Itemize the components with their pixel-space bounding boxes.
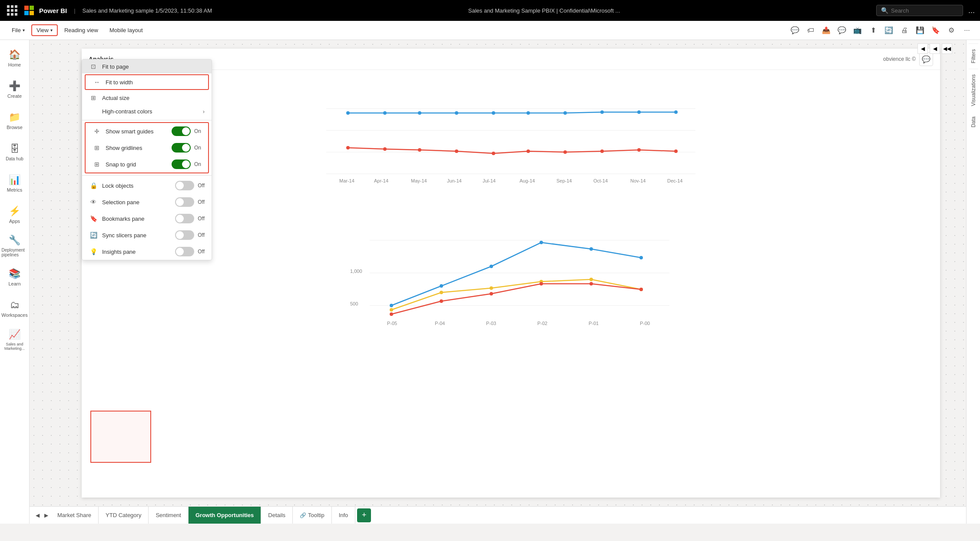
svg-point-60 [540,282,543,285]
print-icon[interactable]: 🖨 [898,24,910,37]
comment-icon[interactable]: 💬 [789,24,801,37]
svg-text:Nov-14: Nov-14 [630,178,646,183]
file-menu-button[interactable]: File ▾ [7,25,30,36]
tab-nav-left[interactable]: ◀ [33,509,42,522]
visualizations-panel-tab[interactable]: Visualizations [969,69,978,111]
menu-item-actual-size[interactable]: ⊞ Actual size [82,91,212,105]
svg-point-62 [639,288,643,291]
menu-item-fit-to-width[interactable]: ↔ Fit to width [86,75,208,89]
svg-point-48 [540,241,543,244]
mobile-layout-button[interactable]: Mobile layout [105,25,148,36]
menu-item-sync-slicers[interactable]: 🔄 Sync slicers pane Off [82,227,212,243]
sidebar-item-data-hub[interactable]: 🗄 Data hub [2,137,28,167]
view-menu-button[interactable]: View ▾ [31,24,58,36]
sidebar-item-workspaces[interactable]: 🗂 Workspaces [2,294,28,323]
tab-details[interactable]: Details [261,507,293,524]
menu-item-insights-pane[interactable]: 💡 Insights pane Off [82,243,212,260]
svg-point-19 [526,111,530,115]
tab-info[interactable]: Info [332,507,356,524]
sync-slicers-toggle[interactable] [175,230,194,240]
selection-pane-toggle[interactable] [175,197,194,207]
svg-text:Jul-14: Jul-14 [483,178,496,183]
snap-to-grid-toggle[interactable] [172,159,191,169]
insights-pane-toggle[interactable] [175,247,194,256]
create-icon: ➕ [9,80,20,92]
search-input[interactable] [891,7,952,14]
tab-nav-right[interactable]: ▶ [42,509,50,522]
refresh-icon[interactable]: 🔄 [883,24,895,37]
svg-point-28 [492,152,495,155]
lock-objects-toggle[interactable] [175,181,194,190]
menu-item-smart-guides[interactable]: ✛ Show smart guides On [86,123,208,139]
sidebar-item-apps[interactable]: ⚡ Apps [2,200,28,229]
sidebar-item-sales[interactable]: 📈 Sales and Marketing... [2,325,28,355]
menu-item-high-contrast[interactable]: High-contrast colors › [82,105,212,118]
filters-panel-tab[interactable]: Filters [969,43,978,69]
svg-point-18 [492,111,495,115]
bookmark-icon[interactable]: 🔖 [930,24,942,37]
metrics-icon: 📊 [9,174,20,186]
comment-button[interactable]: 💬 [919,52,933,66]
sidebar-item-create[interactable]: ➕ Create [2,75,28,104]
apps-grid-icon[interactable] [5,3,19,17]
menu-item-lock-objects[interactable]: 🔒 Lock objects Off [82,177,212,194]
svg-point-22 [637,110,641,114]
chat-icon[interactable]: 💬 [836,24,848,37]
data-panel-tab[interactable]: Data [969,111,978,133]
smart-guides-toggle[interactable] [172,126,191,136]
more-options-button[interactable]: ... [968,6,975,15]
content-area: Analysis obvience llc © 💬 Ms by Month Ma… [30,40,966,524]
gridlines-toggle[interactable] [172,143,191,153]
tabs-bar: ◀ ▶ Market Share YTD Category Sentiment … [30,506,966,524]
chart2-svg: 500 1,000 P-05 P-04 P-03 P-02 P-01 [89,225,933,329]
gridlines-icon: ⊞ [93,144,101,151]
svg-point-23 [674,110,678,114]
more-ribbon-icon[interactable]: ··· [961,24,973,37]
svg-point-30 [563,150,567,154]
sidebar-item-learn[interactable]: 📚 Learn [2,262,28,292]
present-icon[interactable]: 📺 [851,24,864,37]
insights-pane-icon: 💡 [89,248,98,255]
collapse-all-icon[interactable]: ◀◀ [942,43,952,54]
svg-text:Sep-14: Sep-14 [556,178,572,183]
export-icon[interactable]: ⬆ [867,24,879,37]
settings-icon[interactable]: ⚙ [945,24,957,37]
svg-text:500: 500 [350,301,358,306]
svg-point-14 [346,111,350,115]
snap-to-grid-icon: ⊞ [93,161,101,168]
tab-market-share[interactable]: Market Share [50,507,99,524]
sidebar-item-metrics[interactable]: 📊 Metrics [2,169,28,198]
menu-item-fit-to-page[interactable]: ⊡ Fit to page [82,60,212,73]
menu-item-selection-pane[interactable]: 👁 Selection pane Off [82,194,212,210]
bookmarks-pane-toggle[interactable] [175,214,194,223]
sidebar-item-home[interactable]: 🏠 Home [2,43,28,73]
tab-tooltip[interactable]: 🔗 Tooltip [293,507,332,524]
reading-view-button[interactable]: Reading view [60,25,103,36]
home-icon: 🏠 [9,49,20,60]
tab-ytd-category[interactable]: YTD Category [99,507,149,524]
product-name: Power BI [39,7,67,14]
sidebar-item-label: Deployment pipelines [2,248,28,257]
add-tab-button[interactable]: + [357,508,371,522]
svg-text:P-04: P-04 [435,321,445,326]
sidebar-item-deployment[interactable]: 🔧 Deployment pipelines [2,231,28,261]
tab-sentiment[interactable]: Sentiment [149,507,189,524]
menu-item-gridlines[interactable]: ⊞ Show gridlines On [86,139,208,156]
share-icon[interactable]: 📤 [820,24,832,37]
collapse-right-icon[interactable]: ◀ [930,43,940,54]
sidebar-item-label: Sales and Marketing... [2,342,28,351]
svg-point-33 [674,149,678,153]
sidebar-item-browse[interactable]: 📁 Browse [2,106,28,136]
chevron-down-icon: ▾ [50,28,53,33]
sensitivity-icon[interactable]: 🏷 [805,24,817,37]
microsoft-logo [24,6,34,15]
menu-item-snap-to-grid[interactable]: ⊞ Snap to grid On [86,156,208,173]
svg-point-45 [390,304,393,307]
collapse-left-icon[interactable]: ◀ [917,43,928,54]
tab-growth-opportunities[interactable]: Growth Opportunities [189,507,261,524]
svg-point-24 [346,146,350,149]
svg-point-17 [455,111,458,115]
save-icon[interactable]: 💾 [914,24,926,37]
search-box[interactable]: 🔍 [876,5,963,16]
menu-item-bookmarks-pane[interactable]: 🔖 Bookmarks pane Off [82,210,212,227]
